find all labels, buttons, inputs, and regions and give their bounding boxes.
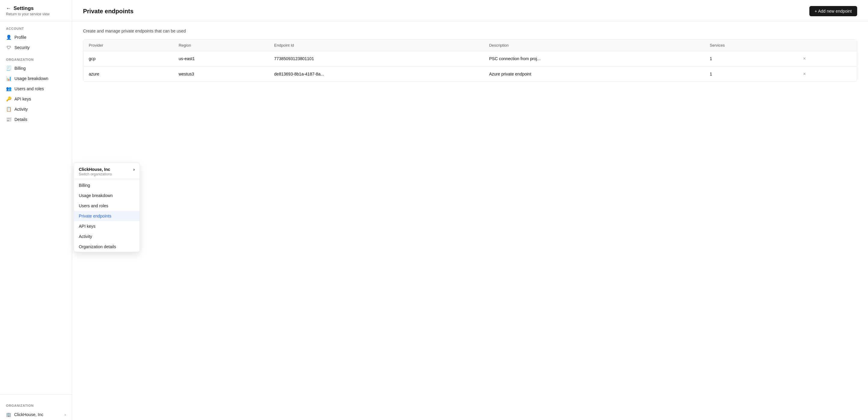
col-region: Region: [173, 40, 269, 51]
org-dropdown-menu: ClickHouse, Inc › Switch organizations B…: [74, 162, 140, 252]
dropdown-header: ClickHouse, Inc › Switch organizations: [74, 163, 140, 179]
activity-icon: 📋: [6, 107, 11, 112]
profile-label: Profile: [14, 35, 27, 40]
usage-label: Usage breakdown: [14, 76, 49, 81]
back-link[interactable]: Return to your service view: [6, 12, 66, 16]
details-label: Details: [14, 117, 27, 122]
sidebar-top: ← Settings Return to your service view: [0, 0, 72, 21]
sidebar-item-profile[interactable]: 👤 Profile: [0, 32, 72, 42]
endpoints-table: Provider Region Endpoint Id Description …: [83, 40, 857, 82]
details-icon: 📰: [6, 117, 11, 122]
cell-description-1: Azure private endpoint: [484, 66, 704, 82]
table-row: azure westus3 de813693-8b1a-4187-8a... A…: [83, 66, 857, 82]
settings-title: ← Settings: [6, 5, 66, 11]
cell-description-0: PSC connection from proj...: [484, 51, 704, 66]
sidebar-item-details[interactable]: 📰 Details: [0, 114, 72, 125]
cell-endpoint-id-1: de813693-8b1a-4187-8a...: [269, 66, 484, 82]
billing-icon: 🧾: [6, 66, 11, 71]
org-section-label: Organization: [0, 52, 72, 63]
cell-services-1: 1: [704, 66, 796, 82]
dropdown-org-name-text: ClickHouse, Inc: [79, 167, 110, 172]
sidebar-item-usage-breakdown[interactable]: 📊 Usage breakdown: [0, 73, 72, 84]
users-label: Users and roles: [14, 86, 44, 91]
usage-icon: 📊: [6, 76, 11, 81]
settings-label: Settings: [13, 5, 34, 11]
api-keys-label: API keys: [14, 97, 31, 101]
account-section-label: Account: [0, 21, 72, 32]
col-services: Services: [704, 40, 796, 51]
col-provider: Provider: [83, 40, 173, 51]
sidebar-item-users-and-roles[interactable]: 👥 Users and roles: [0, 84, 72, 94]
endpoints-table-container: Provider Region Endpoint Id Description …: [83, 39, 857, 82]
dropdown-items-container: BillingUsage breakdownUsers and rolesPri…: [74, 180, 140, 252]
sidebar: ← Settings Return to your service view A…: [0, 0, 72, 420]
activity-label: Activity: [14, 107, 28, 112]
main-content: Private endpoints + Add new endpoint Cre…: [72, 0, 868, 420]
cell-region-0: us-east1: [173, 51, 269, 66]
main-header: Private endpoints + Add new endpoint: [72, 0, 868, 21]
table-row: gcp us-east1 77385093123801101 PSC conne…: [83, 51, 857, 66]
users-icon: 👥: [6, 86, 11, 91]
org-icon: 🏢: [6, 412, 11, 417]
billing-label: Billing: [14, 66, 26, 71]
api-keys-icon: 🔑: [6, 96, 11, 102]
sidebar-item-security[interactable]: 🛡 Security: [0, 42, 72, 52]
delete-button-1[interactable]: ×: [801, 71, 808, 77]
table-header-row: Provider Region Endpoint Id Description …: [83, 40, 857, 51]
page-title: Private endpoints: [83, 8, 133, 15]
dropdown-chevron-icon: ›: [133, 167, 135, 172]
dropdown-item-activity[interactable]: Activity: [74, 231, 140, 242]
cell-endpoint-id-0: 77385093123801101: [269, 51, 484, 66]
dropdown-item-private-endpoints[interactable]: Private endpoints: [74, 211, 140, 221]
sidebar-item-api-keys[interactable]: 🔑 API keys: [0, 94, 72, 104]
dropdown-item-api-keys[interactable]: API keys: [74, 221, 140, 231]
page-description: Create and manage private endpoints that…: [83, 29, 857, 33]
dropdown-item-billing[interactable]: Billing: [74, 180, 140, 190]
org-chevron-icon: ›: [64, 412, 66, 417]
bottom-org-label: Organization: [0, 398, 72, 409]
col-endpoint-id: Endpoint Id: [269, 40, 484, 51]
dropdown-item-users-and-roles[interactable]: Users and roles: [74, 201, 140, 211]
dropdown-switch-label[interactable]: Switch organizations: [79, 172, 135, 176]
sidebar-org-section: Organization 🏢 ClickHouse, Inc ›: [0, 394, 72, 420]
dropdown-item-usage-breakdown[interactable]: Usage breakdown: [74, 190, 140, 201]
back-arrow-icon: ←: [6, 5, 11, 11]
sidebar-item-billing[interactable]: 🧾 Billing: [0, 63, 72, 73]
security-label: Security: [14, 45, 30, 50]
cell-provider-0: gcp: [83, 51, 173, 66]
main-body: Create and manage private endpoints that…: [72, 21, 868, 89]
cell-services-0: 1: [704, 51, 796, 66]
col-actions: [796, 40, 857, 51]
cell-provider-1: azure: [83, 66, 173, 82]
dropdown-item-org-details[interactable]: Organization details: [74, 242, 140, 252]
profile-icon: 👤: [6, 35, 11, 40]
sidebar-org-item[interactable]: 🏢 ClickHouse, Inc ›: [0, 409, 72, 420]
sidebar-item-activity[interactable]: 📋 Activity: [0, 104, 72, 114]
org-name: ClickHouse, Inc: [14, 412, 43, 417]
add-endpoint-button[interactable]: + Add new endpoint: [809, 6, 857, 16]
back-link-text: Return to your service view: [6, 12, 50, 16]
cell-delete-1: ×: [796, 66, 857, 82]
col-description: Description: [484, 40, 704, 51]
cell-region-1: westus3: [173, 66, 269, 82]
delete-button-0[interactable]: ×: [801, 56, 808, 61]
cell-delete-0: ×: [796, 51, 857, 66]
dropdown-org-name: ClickHouse, Inc ›: [79, 167, 135, 172]
security-icon: 🛡: [6, 45, 11, 50]
